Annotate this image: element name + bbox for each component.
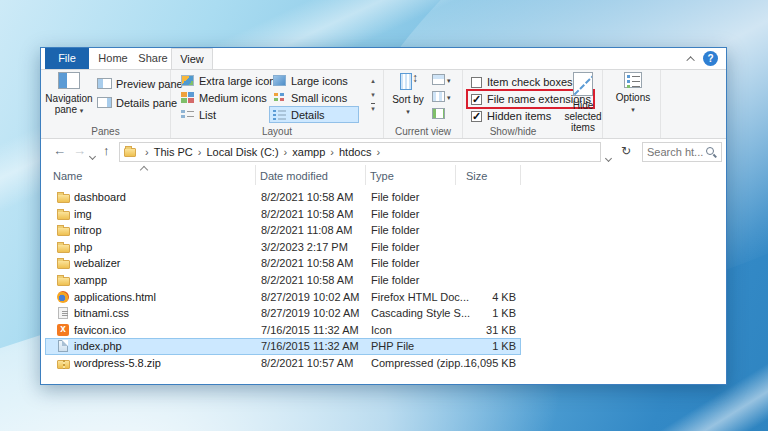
column-header-type[interactable]: Type [366, 165, 456, 185]
layout-option-medium-icons[interactable]: Medium icons [177, 89, 267, 106]
file-date-modified: 3/2/2023 2:17 PM [261, 241, 348, 253]
folder-icon [57, 227, 70, 236]
list-view-icon [181, 109, 194, 120]
file-type: File folder [371, 224, 419, 236]
file-name: dashboard [74, 191, 126, 203]
file-row-favicon-ico[interactable]: favicon.ico7/16/2015 11:32 AMIcon31 KB [41, 322, 726, 339]
file-type: File folder [371, 257, 419, 269]
file-row-bitnami-css[interactable]: bitnami.css8/27/2019 10:02 AMCascading S… [41, 305, 726, 322]
help-icon[interactable]: ? [703, 51, 718, 66]
file-row-xampp[interactable]: xampp8/2/2021 10:58 AMFile folder [41, 272, 726, 289]
search-input[interactable] [647, 144, 705, 160]
address-dropdown-icon[interactable] [606, 149, 611, 164]
group-label-panes: Panes [41, 126, 170, 137]
hide-selected-items-icon [573, 72, 593, 96]
file-name: bitnami.css [74, 307, 129, 319]
navigation-pane-icon [58, 72, 80, 89]
breadcrumb-separator[interactable]: › [330, 146, 334, 158]
file-name: wordpress-5.8.zip [74, 357, 161, 369]
ribbon-group-panes: Navigation pane ▾ Preview pane Details p… [41, 70, 171, 138]
file-row-dashboard[interactable]: dashboard8/2/2021 10:58 AMFile folder [41, 189, 726, 206]
layout-option-label: Small icons [291, 92, 347, 104]
group-label-layout: Layout [171, 126, 383, 137]
column-header-name[interactable]: Name [49, 165, 256, 185]
options-button[interactable]: Options ▾ [614, 72, 652, 115]
hide-selected-items-button[interactable]: Hide selected items [561, 72, 605, 133]
breadcrumb-segment-this-pc[interactable]: This PC [154, 146, 193, 158]
file-row-php[interactable]: php3/2/2023 2:17 PMFile folder [41, 239, 726, 256]
file-row-img[interactable]: img8/2/2021 10:58 AMFile folder [41, 206, 726, 223]
file-date-modified: 8/2/2021 10:57 AM [261, 357, 353, 369]
sort-by-button[interactable]: Sort by ▾ [390, 72, 426, 117]
layout-option-label: Details [291, 109, 325, 121]
tab-file[interactable]: File [45, 48, 89, 69]
add-columns-button[interactable]: ▾ [432, 90, 451, 105]
navigation-pane-label: Navigation pane [45, 93, 92, 115]
tab-share[interactable]: Share [133, 48, 173, 69]
preview-pane-button[interactable]: Preview pane [97, 76, 183, 92]
file-type: Firefox HTML Doc... [371, 291, 469, 303]
back-button[interactable]: ← [53, 143, 66, 158]
refresh-icon[interactable]: ↻ [621, 144, 631, 158]
layout-option-details[interactable]: Details [269, 106, 359, 123]
file-row-nitrop[interactable]: nitrop8/2/2021 11:08 AMFile folder [41, 222, 726, 239]
firefox-icon [57, 291, 69, 303]
layout-scrollbar[interactable]: ▴ ▾ ▾ [367, 74, 379, 116]
breadcrumb-separator[interactable]: › [376, 146, 380, 158]
ribbon-group-current-view: Sort by ▾ ▾ ▾ Current view [384, 70, 463, 138]
file-row-index-php[interactable]: index.php7/16/2015 11:32 AMPHP File1 KB [45, 338, 521, 355]
checkbox-icon[interactable] [471, 94, 482, 105]
dropdown-caret-icon: ▾ [80, 107, 84, 114]
breadcrumb-separator: › [145, 146, 149, 158]
scroll-down-icon[interactable]: ▾ [371, 91, 375, 98]
file-name: nitrop [74, 224, 102, 236]
folder-icon [57, 260, 70, 269]
layout-option-small-icons[interactable]: Small icons [269, 89, 359, 106]
file-size: 1 KB [456, 307, 516, 319]
checkbox-hidden-items[interactable]: Hidden items [471, 108, 551, 125]
file-name: img [74, 208, 92, 220]
size-all-columns-button[interactable] [432, 107, 447, 122]
tab-view[interactable]: View [171, 48, 213, 69]
details-pane-button[interactable]: Details pane [97, 95, 177, 111]
options-label: Options [616, 92, 650, 103]
dropdown-caret-icon: ▾ [631, 106, 635, 113]
column-header-date-modified[interactable]: Date modified [256, 165, 366, 185]
search-box [642, 142, 722, 162]
layout-option-label: Medium icons [199, 92, 267, 104]
file-row-wordpress-5-8-zip[interactable]: wordpress-5.8.zip8/2/2021 10:57 AMCompre… [41, 355, 726, 372]
recent-locations-icon[interactable] [90, 147, 95, 162]
up-button[interactable]: ↑ [103, 143, 110, 158]
breadcrumb[interactable]: › This PC›Local Disk (C:)›xampp›htdocs› [119, 142, 601, 162]
layout-option-list[interactable]: List [177, 106, 267, 123]
scroll-up-icon[interactable]: ▴ [371, 77, 375, 84]
minimize-ribbon-icon[interactable] [686, 56, 694, 64]
ribbon-group-layout: Extra large iconsMedium iconsListLarge i… [171, 70, 384, 138]
more-layouts-icon[interactable]: ▾ [371, 103, 375, 113]
folder-icon [124, 148, 136, 157]
breadcrumb-separator[interactable]: › [284, 146, 288, 158]
add-columns-icon [432, 91, 445, 102]
group-by-button[interactable]: ▾ [432, 73, 451, 88]
breadcrumb-separator[interactable]: › [198, 146, 202, 158]
column-header-size[interactable]: Size [456, 165, 521, 185]
file-name: index.php [74, 340, 122, 352]
breadcrumb-segment-xampp[interactable]: xampp [292, 146, 325, 158]
php-icon [58, 340, 68, 352]
layout-option-extra-large-icons[interactable]: Extra large icons [177, 72, 267, 89]
checkbox-icon[interactable] [471, 77, 482, 88]
tab-home[interactable]: Home [93, 48, 133, 69]
file-row-applications-html[interactable]: applications.html8/27/2019 10:02 AMFiref… [41, 289, 726, 306]
file-date-modified: 8/2/2021 10:58 AM [261, 274, 353, 286]
search-icon[interactable] [706, 147, 717, 158]
navigation-pane-button[interactable]: Navigation pane ▾ [45, 72, 93, 116]
breadcrumb-segment-htdocs[interactable]: htdocs [339, 146, 371, 158]
file-type: File folder [371, 191, 419, 203]
zip-icon [57, 360, 70, 369]
file-row-webalizer[interactable]: webalizer8/2/2021 10:58 AMFile folder [41, 255, 726, 272]
breadcrumb-segment-local-disk-c[interactable]: Local Disk (C:) [206, 146, 278, 158]
forward-button[interactable]: → [73, 143, 86, 158]
ribbon-group-options: Options ▾ [603, 70, 661, 138]
checkbox-icon[interactable] [471, 111, 482, 122]
layout-option-large-icons[interactable]: Large icons [269, 72, 359, 89]
